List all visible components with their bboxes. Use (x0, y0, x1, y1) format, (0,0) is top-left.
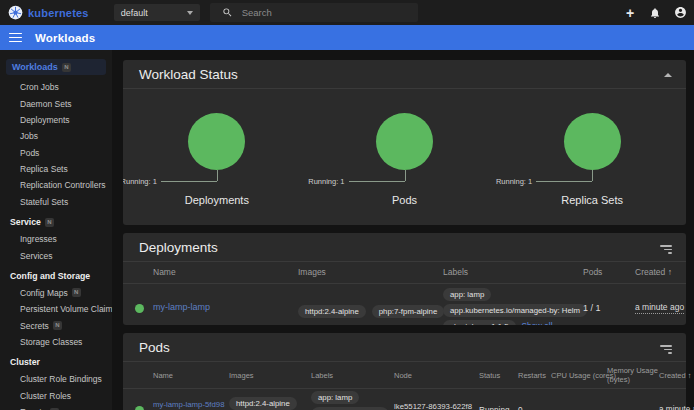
sidebar-item-daemon-sets[interactable]: Daemon Sets (0, 95, 112, 111)
image-chip: httpd:2.4-alpine (298, 305, 366, 318)
sidebar-item-storage-classes[interactable]: Storage Classes (0, 334, 112, 350)
memory-usage: - (607, 406, 659, 410)
deployments-card: Deployments Name Images Labels Pods Crea… (123, 233, 686, 325)
sidebar-item-cluster-roles[interactable]: Cluster Roles (0, 388, 112, 404)
pod-name-link[interactable]: my-lamp-lamp-5fd985cf68-jwvz4 (153, 400, 225, 410)
user-profile-button[interactable] (670, 3, 690, 23)
table-row: my-lamp-lamp httpd:2.4-alpinephp:7-fpm-a… (123, 284, 686, 325)
namespace-value: default (121, 8, 187, 18)
pods-count: 1 / 1 (583, 303, 635, 325)
chart-callout: Running: 1 (123, 170, 311, 187)
kubernetes-wheel-icon (8, 5, 23, 20)
collapse-card-icon[interactable] (664, 73, 672, 77)
filter-icon[interactable] (660, 241, 672, 254)
namespaced-badge: N (62, 63, 71, 72)
pod-status: Running (479, 406, 518, 410)
chart-title: Replica Sets (498, 194, 686, 206)
label-chip: chart: lamp-1.1.5 (443, 320, 516, 325)
notifications-button[interactable] (645, 3, 665, 23)
sidebar-item-replication-controllers[interactable]: Replication Controllers (0, 177, 112, 193)
replica-sets-status-chart: Running: 1 Replica Sets (498, 113, 686, 206)
status-ok-icon (135, 304, 144, 313)
pods-status-chart: Running: 1 Pods (311, 113, 499, 206)
image-chip: httpd:2.4-alpine (229, 397, 297, 410)
pods-title: Pods (139, 340, 170, 355)
search-input[interactable] (242, 7, 402, 18)
chevron-down-icon (187, 11, 193, 15)
table-row: my-lamp-lamp-5fd985cf68-jwvz4 httpd:2.4-… (123, 389, 686, 410)
cpu-usage: - (551, 406, 607, 410)
label-chip: app: lamp (443, 288, 491, 301)
pods-table-header: Name Images Labels Node Status Restarts … (123, 362, 686, 389)
chart-callout: Running: 1 (311, 170, 499, 187)
sidebar-item-cron-jobs[interactable]: Cron Jobs (0, 79, 112, 95)
node-name: lke55127-86393-622f8d09399a (394, 402, 479, 410)
search-box[interactable] (210, 3, 418, 22)
column-header-node: Node (394, 371, 479, 380)
sidebar-item-stateful-sets[interactable]: Stateful Sets (0, 194, 112, 210)
sidebar-item-cluster-role-bindings[interactable]: Cluster Role Bindings (0, 371, 112, 387)
column-header-images: Images (229, 371, 311, 380)
top-bar: kubernetes default + (0, 0, 694, 25)
running-count-label: Running: 1 (496, 177, 532, 186)
created-timestamp: a minute ago (635, 302, 684, 314)
logo-text: kubernetes (28, 7, 89, 19)
label-chip: app: lamp (311, 391, 359, 404)
sidebar-nav: Workloads N Cron Jobs Daemon Sets Deploy… (0, 50, 112, 410)
namespaced-badge: N (72, 288, 81, 297)
sidebar-item-persistent-volume-claims[interactable]: Persistent Volume Claims N (0, 301, 112, 317)
sidebar-item-pods[interactable]: Pods (0, 145, 112, 161)
column-header-created[interactable]: Created ↑ (635, 267, 686, 277)
show-all-link[interactable]: Show all (522, 322, 553, 325)
column-header-name: Name (153, 371, 229, 380)
created-timestamp: a minute ago (659, 405, 694, 410)
sidebar-item-services[interactable]: Services (0, 247, 112, 263)
person-icon (674, 6, 687, 19)
namespace-selector[interactable]: default (114, 4, 200, 21)
workload-status-card: Workload Status Running: 1 Deployments R… (123, 60, 686, 225)
menu-icon[interactable] (9, 31, 22, 45)
deployments-table-header: Name Images Labels Pods Created ↑ (123, 262, 686, 284)
deployments-donut-chart (188, 113, 245, 170)
pods-card: Pods Name Images Labels Node Status Rest… (123, 333, 686, 410)
filter-icon[interactable] (660, 341, 672, 354)
replica-sets-donut-chart (564, 113, 621, 170)
sidebar-item-secrets[interactable]: Secrets N (0, 318, 112, 334)
kubernetes-logo[interactable]: kubernetes (0, 5, 89, 20)
deployments-title: Deployments (139, 240, 218, 255)
deployments-status-chart: Running: 1 Deployments (123, 113, 311, 206)
column-header-status: Status (479, 371, 518, 380)
sidebar-item-ingresses[interactable]: Ingresses (0, 231, 112, 247)
chart-title: Pods (311, 194, 499, 206)
restarts-count: 0 (518, 406, 551, 410)
column-header-pods: Pods (583, 267, 635, 277)
main-content: Workload Status Running: 1 Deployments R… (112, 50, 694, 410)
running-count-label: Running: 1 (308, 177, 344, 186)
sort-ascending-icon: ↑ (668, 267, 672, 277)
sort-ascending-icon: ↑ (688, 371, 692, 380)
column-header-memory: Memory Usage (bytes) (607, 366, 659, 384)
sidebar-section-service[interactable]: Service N (0, 210, 112, 231)
column-header-labels: Labels (311, 371, 394, 380)
status-ok-icon (135, 406, 144, 410)
sidebar-item-config-maps[interactable]: Config Maps N (0, 285, 112, 301)
sidebar-item-replica-sets[interactable]: Replica Sets (0, 161, 112, 177)
image-chip: php:7-fpm-alpine (372, 305, 445, 318)
running-count-label: Running: 1 (123, 177, 157, 186)
sidebar-item-jobs[interactable]: Jobs (0, 128, 112, 144)
sidebar-item-events[interactable]: Events N (0, 404, 112, 410)
column-header-created[interactable]: Created ↑ (659, 371, 692, 380)
label-chip: app.kubernetes.io/managed-by: Helm (443, 304, 587, 317)
app-bar: Workloads (0, 25, 694, 50)
search-icon (222, 7, 233, 18)
column-header-cpu: CPU Usage (cores) (551, 371, 607, 380)
sidebar-item-deployments[interactable]: Deployments (0, 112, 112, 128)
deployment-name-link[interactable]: my-lamp-lamp (153, 302, 210, 312)
column-header-images: Images (298, 267, 443, 277)
column-header-restarts: Restarts (518, 371, 551, 380)
namespaced-badge: N (53, 321, 62, 330)
sidebar-item-workloads[interactable]: Workloads N (6, 59, 106, 75)
sidebar-section-config-and-storage: Config and Storage (0, 264, 112, 285)
create-resource-button[interactable]: + (620, 3, 640, 23)
bell-icon (649, 7, 661, 19)
